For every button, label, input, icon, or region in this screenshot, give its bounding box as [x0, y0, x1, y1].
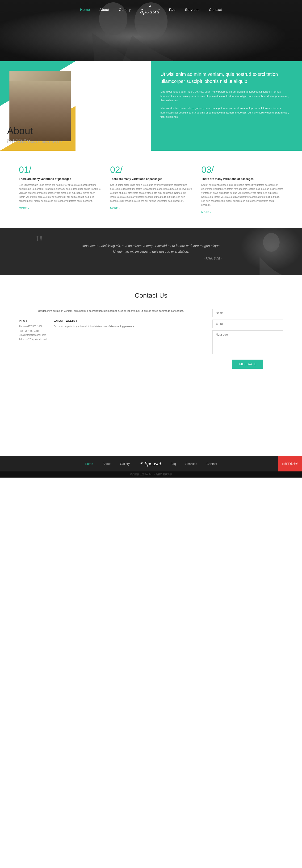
- contact-tweet: But I must explain to you how all this m…: [54, 324, 134, 329]
- feature-3: 03/ There are many variations of passage…: [201, 165, 283, 214]
- watermark: 访问画面社区bbs.d.com 免费不要钱资源: [0, 471, 302, 477]
- contact-intro: Ut wisi enim ad minim veniam, quis nostr…: [19, 309, 203, 313]
- feature-2: 02/ There are many variations of passage…: [110, 165, 192, 214]
- features-section: 01/ There are many variations of passage…: [0, 151, 302, 228]
- footer-download-button[interactable]: 前往下载模板: [278, 456, 302, 471]
- nav-logo: ⚭ Spousal: [140, 4, 160, 14]
- contact-title: Contact Us: [19, 292, 283, 299]
- quote-open-mark: ": [35, 238, 43, 247]
- feature-2-text: Sed ut perspiciatis unde omnis iste natu…: [110, 183, 192, 203]
- message-input[interactable]: [212, 331, 283, 354]
- about-para1: Mirum est notare quam littera gothica, q…: [160, 90, 293, 103]
- contact-inner: Ut wisi enim ad minim veniam, quis nostr…: [19, 309, 283, 369]
- feature-1-num: 01/: [19, 165, 101, 175]
- nav-home[interactable]: Home: [80, 7, 90, 11]
- feature-1-more[interactable]: MORE »: [19, 207, 29, 210]
- feature-1: 01/ There are many variations of passage…: [19, 165, 101, 214]
- footer-nav-faq[interactable]: Faq: [171, 462, 176, 466]
- quote-portrait: [241, 228, 302, 275]
- quote-text: consectetur adipisicing elit, sed do eiu…: [80, 243, 222, 254]
- footer-nav-contact[interactable]: Contact: [207, 462, 217, 466]
- contact-info-block: INFO： Phone:+257-587-1458 Fax:+257-587-1…: [19, 319, 47, 341]
- portrait-svg: [241, 228, 302, 275]
- submit-button[interactable]: MESSAGE: [232, 360, 263, 369]
- contact-tweets-block: LATEST TWEETS： But I must explain to you…: [54, 319, 134, 341]
- nav-contact[interactable]: Contact: [209, 7, 222, 11]
- feature-3-more[interactable]: MORE »: [201, 211, 211, 214]
- feature-3-title: There are many variations of passages: [201, 177, 283, 181]
- about-section: About QUIS NOSTRUD LITTERARUM FORMAS HUM…: [0, 61, 302, 151]
- feature-1-text: Sed ut perspiciatis unde omnis iste natu…: [19, 183, 101, 203]
- about-title: About: [7, 125, 33, 136]
- feature-3-num: 03/: [201, 165, 283, 175]
- nav-gallery[interactable]: Gallery: [119, 7, 131, 11]
- contact-section: Contact Us Ut wisi enim ad minim veniam,…: [0, 275, 302, 385]
- about-subtitle: QUIS NOSTRUD LITTERARUM FORMAS HUMANITAT…: [7, 138, 63, 144]
- feature-2-title: There are many variations of passages: [110, 177, 192, 181]
- nav-services[interactable]: Services: [185, 7, 200, 11]
- feature-1-title: There are many variations of passages: [19, 177, 101, 181]
- svg-point-4: [263, 233, 280, 252]
- footer: Home About Gallery ⚭ Spousal Faq Service…: [0, 456, 302, 471]
- footer-nav-about[interactable]: About: [103, 462, 111, 466]
- name-input[interactable]: [212, 309, 283, 317]
- contact-left: Ut wisi enim ad minim veniam, quis nostr…: [19, 309, 203, 369]
- footer-nav-home[interactable]: Home: [85, 462, 93, 466]
- contact-info-title: INFO：: [19, 319, 47, 322]
- feature-2-num: 02/: [110, 165, 192, 175]
- footer-rings-icon: ⚭: [139, 461, 145, 466]
- spacer: [0, 385, 302, 456]
- about-para2: Mirum est notare quam littera gothica, q…: [160, 106, 293, 119]
- email-input[interactable]: [212, 319, 283, 328]
- nav-about[interactable]: About: [99, 7, 109, 11]
- feature-2-more[interactable]: MORE »: [110, 207, 120, 210]
- footer-nav-gallery[interactable]: Gallery: [120, 462, 130, 466]
- quote-section: " consectetur adipisicing elit, sed do e…: [0, 228, 302, 275]
- nav-faq[interactable]: Faq: [169, 7, 175, 11]
- main-nav: Home About Gallery ⚭ Spousal Faq Service…: [0, 0, 302, 19]
- contact-info-grid: INFO： Phone:+257-587-1458 Fax:+257-587-1…: [19, 319, 203, 341]
- contact-form: MESSAGE: [212, 309, 283, 369]
- footer-nav-services[interactable]: Services: [185, 462, 197, 466]
- feature-3-text: Sed ut perspiciatis unde omnis iste natu…: [201, 183, 283, 207]
- quote-author: - JOHN DOE -: [80, 257, 222, 260]
- about-heading: Ut wisi enim ad minim veniam, quis nostr…: [160, 71, 293, 85]
- about-right-panel: Ut wisi enim ad minim veniam, quis nostr…: [151, 61, 302, 151]
- contact-info-lines: Phone:+257-587-1458 Fax:+257-587-1458 Em…: [19, 324, 47, 341]
- contact-tweets-title: LATEST TWEETS：: [54, 319, 134, 322]
- about-left-panel: About QUIS NOSTRUD LITTERARUM FORMAS HUM…: [0, 61, 151, 151]
- footer-logo: ⚭ Spousal: [139, 461, 161, 467]
